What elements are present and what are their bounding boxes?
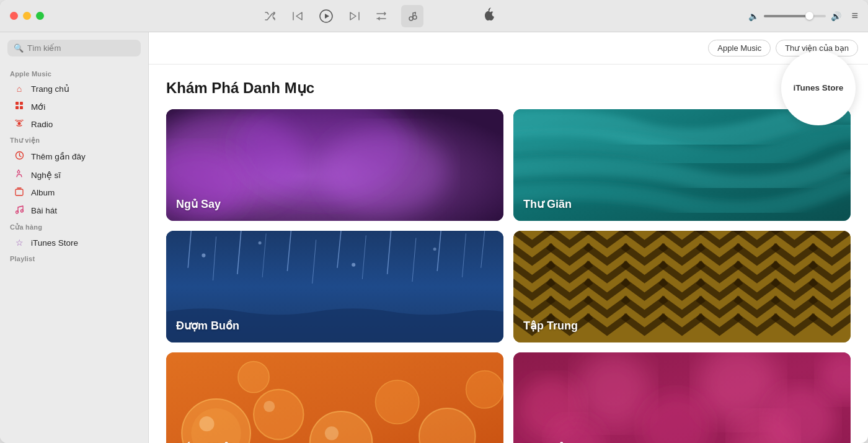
svg-point-46 <box>199 416 214 431</box>
sidebar-item-label: iTunes Store <box>31 238 78 248</box>
sidebar-item-label: Album <box>31 188 55 197</box>
now-playing-icon[interactable] <box>401 5 423 27</box>
category-card-sad[interactable]: Đượm Buồn <box>166 231 503 342</box>
svg-point-33 <box>259 241 262 244</box>
maximize-button[interactable] <box>36 12 44 20</box>
sidebar-item-label: Radio <box>31 120 53 129</box>
play-button[interactable] <box>317 7 335 25</box>
shuffle-button[interactable] <box>262 9 278 23</box>
category-card-emotional[interactable]: Tình Cảm <box>513 352 851 443</box>
svg-point-42 <box>375 380 419 424</box>
svg-point-2 <box>413 16 417 19</box>
recent-icon <box>14 151 25 162</box>
sidebar-item-new[interactable]: Mới <box>4 97 144 115</box>
category-card-sleep[interactable]: Ngủ Say <box>166 109 503 221</box>
svg-point-51 <box>576 352 651 427</box>
svg-point-34 <box>352 263 355 267</box>
svg-rect-6 <box>20 106 23 109</box>
artists-icon <box>14 169 25 180</box>
app-window: 🔈 🔊 ≡ 🔍 Apple Music ⌂ Trang chủ <box>0 0 868 443</box>
section-label-apple-music: Apple Music <box>0 66 148 80</box>
sidebar-item-label: Trang chủ <box>31 84 69 94</box>
section-label-store: Cửa hàng <box>0 220 148 234</box>
svg-point-45 <box>238 361 269 392</box>
volume-slider[interactable] <box>764 15 826 17</box>
svg-point-7 <box>18 122 21 125</box>
volume-high-icon: 🔊 <box>831 11 841 21</box>
category-card-relax[interactable]: Thư Giãn <box>513 109 851 221</box>
category-label-emotional: Tình Cảm <box>523 441 575 443</box>
svg-rect-3 <box>16 102 19 105</box>
albums-icon <box>14 187 25 198</box>
category-label-relax: Thư Giãn <box>523 197 572 211</box>
content-area: Apple Music Thư viện của bạn iTunes Stor… <box>149 32 868 443</box>
svg-point-11 <box>20 210 23 212</box>
svg-point-32 <box>202 254 205 257</box>
svg-point-44 <box>466 371 503 408</box>
category-label-sad: Đượm Buồn <box>176 319 239 333</box>
category-card-energetic[interactable]: Hứng Khởi <box>166 352 503 443</box>
new-icon <box>14 101 25 112</box>
itunes-icon: ☆ <box>14 238 25 248</box>
itunes-store-bubble[interactable]: iTunes Store <box>781 51 856 125</box>
close-button[interactable] <box>10 12 18 20</box>
sidebar-item-songs[interactable]: Bài hát <box>4 202 144 220</box>
volume-control: 🔈 🔊 <box>748 11 841 21</box>
svg-point-48 <box>325 426 339 440</box>
sidebar-item-label: Nghệ sĩ <box>31 170 61 180</box>
radio-icon <box>14 119 25 129</box>
next-button[interactable] <box>347 9 363 23</box>
category-label-sleep: Ngủ Say <box>176 197 221 211</box>
sidebar-item-label: Thêm gần đây <box>31 151 86 161</box>
sidebar-item-radio[interactable]: Radio <box>4 115 144 133</box>
sidebar-item-label: Bài hát <box>31 206 57 215</box>
svg-point-40 <box>254 390 304 440</box>
svg-rect-4 <box>20 102 23 105</box>
browse-title: Khám Phá Danh Mục <box>166 79 851 97</box>
tab-apple-music[interactable]: Apple Music <box>708 40 771 56</box>
menu-button[interactable]: ≡ <box>851 9 858 22</box>
sidebar-item-recent[interactable]: Thêm gần đây <box>4 147 144 166</box>
category-grid: Ngủ Say <box>166 109 851 443</box>
sidebar-item-itunes[interactable]: ☆ iTunes Store <box>4 234 144 251</box>
category-card-focus[interactable]: Tập Trung <box>513 231 851 342</box>
traffic-lights <box>10 12 44 20</box>
titlebar: 🔈 🔊 ≡ <box>0 0 868 32</box>
svg-rect-5 <box>16 106 19 109</box>
sidebar: 🔍 Apple Music ⌂ Trang chủ Mới <box>0 32 149 443</box>
svg-point-10 <box>16 211 18 213</box>
playback-controls <box>56 5 748 27</box>
section-label-library: Thư viện <box>0 133 148 147</box>
apple-logo <box>483 7 494 24</box>
volume-low-icon: 🔈 <box>748 11 759 21</box>
svg-point-1 <box>409 17 413 20</box>
repeat-button[interactable] <box>374 9 390 24</box>
search-bar[interactable]: 🔍 <box>7 40 141 56</box>
search-input[interactable] <box>27 43 135 53</box>
minimize-button[interactable] <box>23 12 31 20</box>
svg-point-35 <box>433 248 436 251</box>
category-label-focus: Tập Trung <box>523 319 578 333</box>
home-icon: ⌂ <box>14 84 25 94</box>
svg-point-47 <box>264 401 275 412</box>
sidebar-item-artists[interactable]: Nghệ sĩ <box>4 166 144 184</box>
tabbar: Apple Music Thư viện của bạn <box>149 32 868 65</box>
prev-button[interactable] <box>290 9 306 23</box>
svg-point-15 <box>322 128 447 215</box>
sidebar-item-label: Mới <box>31 102 45 112</box>
section-label-playlist: Playlist <box>0 251 148 265</box>
search-icon: 🔍 <box>14 43 24 53</box>
main-layout: 🔍 Apple Music ⌂ Trang chủ Mới <box>0 32 868 443</box>
browse-area: Khám Phá Danh Mục <box>149 65 868 443</box>
category-label-energetic: Hứng Khởi <box>176 441 232 443</box>
svg-rect-9 <box>16 189 23 195</box>
songs-icon <box>14 205 25 216</box>
sidebar-item-albums[interactable]: Album <box>4 184 144 202</box>
sidebar-item-home[interactable]: ⌂ Trang chủ <box>4 80 144 97</box>
